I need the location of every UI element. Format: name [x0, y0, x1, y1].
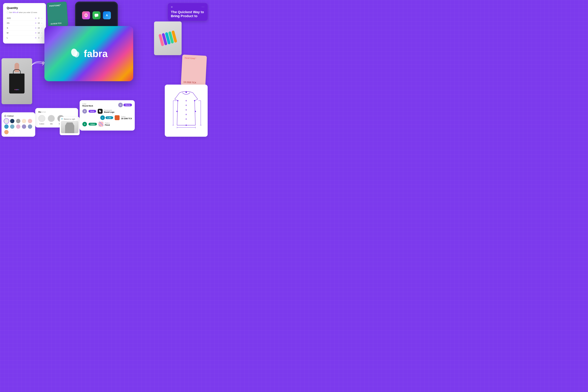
colour-dot-offwhite[interactable]: [10, 130, 14, 134]
adam-avatar: A: [82, 122, 87, 126]
size-label: XS: [7, 22, 9, 24]
size-controls-m[interactable]: + 10 −: [35, 32, 42, 34]
svg-point-22: [195, 111, 196, 112]
pantone-code: 15-5519 TCX: [50, 22, 66, 25]
tote-bag: FABRA: [9, 74, 24, 94]
tote-bag-photo: FABRA: [1, 58, 32, 104]
colour-sub-label: Colour: [121, 116, 132, 118]
aron-avatar: A: [82, 109, 87, 114]
minus-icon[interactable]: −: [41, 17, 42, 19]
size-row-l: L + 3 −: [7, 36, 42, 40]
pattern-label: Pattern: [105, 122, 110, 124]
gloria-tag-area: G Gloria: [118, 103, 132, 107]
svg-point-17: [186, 114, 187, 115]
svg-point-1: [85, 14, 87, 16]
minus-icon[interactable]: −: [41, 37, 42, 39]
colour-dot-rose[interactable]: [16, 124, 20, 129]
tote-handle: [13, 69, 21, 74]
discount-highlight: 40% off: [12, 12, 18, 13]
plus-icon[interactable]: +: [35, 37, 36, 39]
screenprint-value: Brand Logo: [104, 111, 114, 113]
collab-row-adam: A Adam Pattern Floral: [82, 122, 132, 126]
luke-tag-area: L Luke: [100, 116, 113, 120]
pattern-item: Pattern Floral: [105, 122, 110, 126]
pantone-teal-card: PANTONE® 15-5519 TCX: [47, 2, 68, 28]
instagram-icon: ⊙: [171, 6, 173, 8]
svg-point-19: [177, 100, 178, 101]
colour-dot-periwinkle[interactable]: [28, 124, 32, 129]
svg-text:A: A: [106, 14, 108, 17]
phone-mockup: A: [75, 2, 118, 29]
discount-row: Get 40% off when you order 12 more.: [7, 12, 42, 13]
quantity-title: Quantity: [7, 6, 42, 10]
sleeve-image: [61, 121, 78, 133]
minus-icon[interactable]: −: [41, 22, 42, 24]
colour-dot-navy[interactable]: [10, 119, 14, 123]
screenprint-item: Screenprint Brand Logo: [104, 110, 114, 113]
luke-tag: Luke: [105, 116, 113, 119]
svg-marker-3: [95, 16, 97, 18]
fabra-brand-name: fabra: [84, 48, 108, 59]
svg-point-20: [194, 100, 195, 101]
svg-point-14: [186, 100, 187, 101]
fabric-chips: [158, 30, 177, 46]
shirt-sketch-svg: [169, 88, 204, 133]
more-dots[interactable]: ···: [202, 6, 205, 8]
collar-item: Collar Round Neck: [82, 103, 93, 107]
colour-card: Colour: [1, 112, 35, 137]
size-controls-xs[interactable]: + 10 −: [35, 22, 42, 24]
silk-swatch: [48, 115, 55, 122]
svg-rect-2: [95, 14, 98, 16]
adam-tag: Adam: [88, 123, 97, 126]
colour-icon: [4, 115, 6, 117]
shirt-icon: 👕: [61, 118, 63, 120]
fabric-inner: [154, 22, 182, 55]
size-label: XXS: [7, 17, 11, 19]
collar-label: Collar: [82, 103, 93, 105]
plus-icon[interactable]: +: [35, 27, 36, 29]
svg-point-21: [176, 111, 178, 112]
colour-pantone-value: 16-1546 TCX: [121, 118, 132, 120]
colour-dot-grey[interactable]: [16, 119, 20, 123]
aron-tag: Aron: [88, 110, 96, 113]
pantone-pink-card: PANTONE® 13-1520 TCX: [181, 54, 207, 86]
size-controls-l[interactable]: + 3 −: [35, 37, 42, 39]
pattern-value: Floral: [105, 124, 110, 126]
cotton-swatch: [38, 115, 45, 122]
craft-app-icon: [82, 11, 90, 19]
size-controls-s[interactable]: + 15 −: [35, 27, 42, 29]
collab-row-gloria: Collar Round Neck G Gloria: [82, 103, 132, 107]
material-item-cotton[interactable]: Cotton: [38, 115, 45, 125]
plus-icon[interactable]: +: [35, 17, 36, 19]
shirt-sketch-card: [165, 84, 208, 137]
sleeve-preview-card: 👕 Sleeve Longth: [60, 117, 80, 135]
size-qty: 10: [37, 22, 40, 24]
colour-dot-pink[interactable]: [28, 119, 32, 123]
collar-value: Round Neck: [82, 105, 93, 107]
colour-dot-peach[interactable]: [22, 119, 26, 123]
plus-icon[interactable]: +: [35, 32, 36, 34]
size-controls-xxs[interactable]: + 3 −: [35, 17, 42, 19]
minus-icon[interactable]: −: [41, 27, 42, 29]
material-label: Material: [38, 111, 75, 113]
material-item-silk[interactable]: Silk: [48, 115, 55, 125]
colour-dot-orange[interactable]: [4, 130, 8, 134]
colour-dot-lavender[interactable]: [22, 124, 26, 129]
pantone-brand-pink: PANTONE®: [185, 57, 204, 60]
discount-prefix: Get: [9, 12, 12, 13]
minus-icon[interactable]: −: [41, 32, 42, 34]
colour-dot-blue[interactable]: [4, 124, 8, 129]
svg-point-24: [186, 92, 187, 93]
quantity-card: Quantity Get 40% off when you order 12 m…: [3, 3, 46, 44]
appstore-app-icon: A: [103, 11, 111, 19]
luke-avatar: L: [100, 116, 105, 120]
size-qty: 15: [37, 27, 40, 29]
size-row-s: S + 15 −: [7, 26, 42, 30]
size-row-m: M + 10 −: [7, 30, 42, 36]
collab-row-aron: A Aron Screenprint Brand Logo: [82, 109, 132, 114]
plus-icon[interactable]: +: [35, 22, 36, 24]
colour-dot-white[interactable]: [4, 119, 8, 123]
colour-dot-lightblue[interactable]: [10, 124, 14, 129]
pantone-brand: PANTONE®: [49, 4, 64, 7]
pantone-code-pink: 13-1520 TCX: [183, 81, 203, 84]
